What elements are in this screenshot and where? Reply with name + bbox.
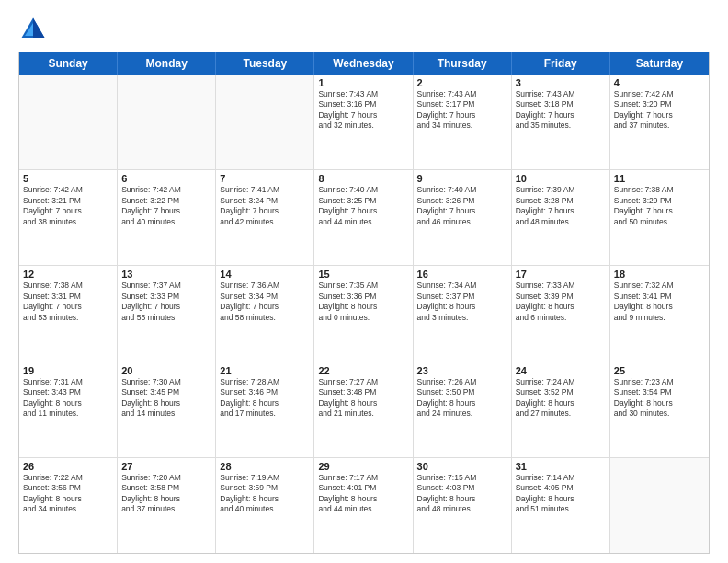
day-info: Sunrise: 7:22 AM Sunset: 3:56 PM Dayligh… [23, 473, 113, 515]
day-cell-22: 22Sunrise: 7:27 AM Sunset: 3:48 PM Dayli… [314, 362, 413, 457]
day-cell-7: 7Sunrise: 7:41 AM Sunset: 3:24 PM Daylig… [216, 170, 314, 265]
day-cell-10: 10Sunrise: 7:39 AM Sunset: 3:28 PM Dayli… [512, 170, 610, 265]
day-info: Sunrise: 7:38 AM Sunset: 3:29 PM Dayligh… [614, 185, 705, 227]
day-cell-6: 6Sunrise: 7:42 AM Sunset: 3:22 PM Daylig… [118, 170, 216, 265]
header-day-tuesday: Tuesday [216, 52, 314, 75]
day-cell-13: 13Sunrise: 7:37 AM Sunset: 3:33 PM Dayli… [118, 266, 216, 361]
day-info: Sunrise: 7:43 AM Sunset: 3:18 PM Dayligh… [516, 89, 606, 132]
day-cell-9: 9Sunrise: 7:40 AM Sunset: 3:26 PM Daylig… [414, 170, 512, 265]
day-info: Sunrise: 7:42 AM Sunset: 3:21 PM Dayligh… [23, 185, 113, 227]
day-number: 10 [516, 173, 606, 184]
day-info: Sunrise: 7:40 AM Sunset: 3:26 PM Dayligh… [417, 185, 507, 227]
day-cell-21: 21Sunrise: 7:28 AM Sunset: 3:46 PM Dayli… [216, 362, 314, 457]
day-number: 18 [614, 269, 705, 280]
day-number: 19 [23, 365, 113, 376]
week-row-4: 26Sunrise: 7:22 AM Sunset: 3:56 PM Dayli… [19, 458, 709, 553]
day-number: 14 [220, 269, 310, 280]
day-cell-2: 2Sunrise: 7:43 AM Sunset: 3:17 PM Daylig… [414, 75, 512, 169]
calendar-header: SundayMondayTuesdayWednesdayThursdayFrid… [19, 52, 709, 75]
day-number: 8 [318, 173, 408, 184]
day-cell-8: 8Sunrise: 7:40 AM Sunset: 3:25 PM Daylig… [314, 170, 413, 265]
day-cell-5: 5Sunrise: 7:42 AM Sunset: 3:21 PM Daylig… [19, 170, 118, 265]
day-cell-16: 16Sunrise: 7:34 AM Sunset: 3:37 PM Dayli… [414, 266, 512, 361]
day-info: Sunrise: 7:27 AM Sunset: 3:48 PM Dayligh… [318, 377, 408, 419]
day-number: 29 [318, 461, 408, 472]
day-info: Sunrise: 7:43 AM Sunset: 3:16 PM Dayligh… [318, 89, 408, 132]
week-row-0: 1Sunrise: 7:43 AM Sunset: 3:16 PM Daylig… [19, 75, 709, 170]
day-number: 5 [23, 173, 113, 184]
header-day-wednesday: Wednesday [314, 52, 413, 75]
header-day-monday: Monday [118, 52, 216, 75]
day-number: 13 [121, 269, 211, 280]
day-info: Sunrise: 7:20 AM Sunset: 3:58 PM Dayligh… [121, 473, 211, 515]
day-number: 6 [121, 173, 211, 184]
header-day-sunday: Sunday [19, 52, 118, 75]
day-info: Sunrise: 7:38 AM Sunset: 3:31 PM Dayligh… [23, 281, 113, 323]
day-info: Sunrise: 7:41 AM Sunset: 3:24 PM Dayligh… [220, 185, 310, 227]
day-number: 15 [318, 269, 408, 280]
week-row-1: 5Sunrise: 7:42 AM Sunset: 3:21 PM Daylig… [19, 170, 709, 266]
calendar: SundayMondayTuesdayWednesdayThursdayFrid… [18, 52, 710, 554]
day-cell-24: 24Sunrise: 7:24 AM Sunset: 3:52 PM Dayli… [512, 362, 610, 457]
day-info: Sunrise: 7:40 AM Sunset: 3:25 PM Dayligh… [318, 185, 408, 227]
day-info: Sunrise: 7:24 AM Sunset: 3:52 PM Dayligh… [516, 377, 606, 419]
day-cell-28: 28Sunrise: 7:19 AM Sunset: 3:59 PM Dayli… [216, 458, 314, 553]
empty-cell [19, 75, 118, 169]
day-number: 27 [121, 461, 211, 472]
day-number: 3 [516, 77, 606, 88]
header-day-friday: Friday [512, 52, 610, 75]
week-row-3: 19Sunrise: 7:31 AM Sunset: 3:43 PM Dayli… [19, 362, 709, 458]
day-cell-3: 3Sunrise: 7:43 AM Sunset: 3:18 PM Daylig… [512, 75, 610, 169]
day-number: 16 [417, 269, 507, 280]
day-cell-30: 30Sunrise: 7:15 AM Sunset: 4:03 PM Dayli… [414, 458, 512, 553]
day-number: 23 [417, 365, 507, 376]
day-info: Sunrise: 7:28 AM Sunset: 3:46 PM Dayligh… [220, 377, 310, 419]
day-number: 21 [220, 365, 310, 376]
day-info: Sunrise: 7:26 AM Sunset: 3:50 PM Dayligh… [417, 377, 507, 419]
logo [18, 15, 51, 44]
day-info: Sunrise: 7:32 AM Sunset: 3:41 PM Dayligh… [614, 281, 705, 323]
logo-icon [18, 15, 48, 44]
empty-cell [610, 458, 709, 553]
day-cell-11: 11Sunrise: 7:38 AM Sunset: 3:29 PM Dayli… [610, 170, 709, 265]
header-day-thursday: Thursday [414, 52, 512, 75]
day-cell-29: 29Sunrise: 7:17 AM Sunset: 4:01 PM Dayli… [314, 458, 413, 553]
day-number: 1 [318, 77, 408, 88]
day-cell-14: 14Sunrise: 7:36 AM Sunset: 3:34 PM Dayli… [216, 266, 314, 361]
day-cell-4: 4Sunrise: 7:42 AM Sunset: 3:20 PM Daylig… [610, 75, 709, 169]
day-info: Sunrise: 7:30 AM Sunset: 3:45 PM Dayligh… [121, 377, 211, 419]
day-number: 12 [23, 269, 113, 280]
day-cell-26: 26Sunrise: 7:22 AM Sunset: 3:56 PM Dayli… [19, 458, 118, 553]
day-info: Sunrise: 7:23 AM Sunset: 3:54 PM Dayligh… [614, 377, 705, 419]
day-cell-25: 25Sunrise: 7:23 AM Sunset: 3:54 PM Dayli… [610, 362, 709, 457]
day-info: Sunrise: 7:42 AM Sunset: 3:20 PM Dayligh… [614, 89, 705, 132]
day-info: Sunrise: 7:37 AM Sunset: 3:33 PM Dayligh… [121, 281, 211, 323]
day-cell-19: 19Sunrise: 7:31 AM Sunset: 3:43 PM Dayli… [19, 362, 118, 457]
day-cell-27: 27Sunrise: 7:20 AM Sunset: 3:58 PM Dayli… [118, 458, 216, 553]
day-number: 26 [23, 461, 113, 472]
day-number: 24 [516, 365, 606, 376]
day-info: Sunrise: 7:42 AM Sunset: 3:22 PM Dayligh… [121, 185, 211, 227]
day-cell-18: 18Sunrise: 7:32 AM Sunset: 3:41 PM Dayli… [610, 266, 709, 361]
day-cell-31: 31Sunrise: 7:14 AM Sunset: 4:05 PM Dayli… [512, 458, 610, 553]
day-info: Sunrise: 7:19 AM Sunset: 3:59 PM Dayligh… [220, 473, 310, 515]
day-info: Sunrise: 7:43 AM Sunset: 3:17 PM Dayligh… [417, 89, 507, 132]
svg-marker-2 [33, 18, 44, 38]
day-number: 7 [220, 173, 310, 184]
day-cell-12: 12Sunrise: 7:38 AM Sunset: 3:31 PM Dayli… [19, 266, 118, 361]
day-number: 31 [516, 461, 606, 472]
calendar-body: 1Sunrise: 7:43 AM Sunset: 3:16 PM Daylig… [19, 75, 709, 553]
header-day-saturday: Saturday [610, 52, 709, 75]
day-cell-20: 20Sunrise: 7:30 AM Sunset: 3:45 PM Dayli… [118, 362, 216, 457]
empty-cell [118, 75, 216, 169]
day-cell-15: 15Sunrise: 7:35 AM Sunset: 3:36 PM Dayli… [314, 266, 413, 361]
day-number: 2 [417, 77, 507, 88]
day-number: 25 [614, 365, 705, 376]
day-info: Sunrise: 7:31 AM Sunset: 3:43 PM Dayligh… [23, 377, 113, 419]
week-row-2: 12Sunrise: 7:38 AM Sunset: 3:31 PM Dayli… [19, 266, 709, 362]
day-number: 9 [417, 173, 507, 184]
day-info: Sunrise: 7:35 AM Sunset: 3:36 PM Dayligh… [318, 281, 408, 323]
day-info: Sunrise: 7:33 AM Sunset: 3:39 PM Dayligh… [516, 281, 606, 323]
day-info: Sunrise: 7:14 AM Sunset: 4:05 PM Dayligh… [516, 473, 606, 515]
day-cell-17: 17Sunrise: 7:33 AM Sunset: 3:39 PM Dayli… [512, 266, 610, 361]
